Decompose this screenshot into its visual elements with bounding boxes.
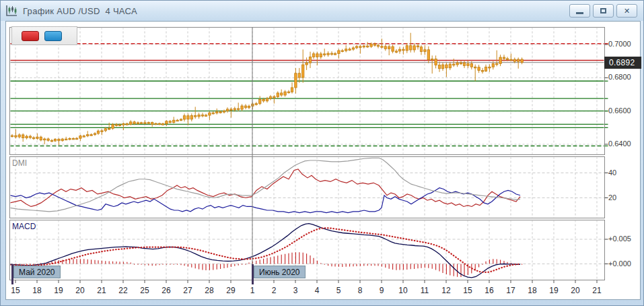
price-tick-label: 0.6400 — [608, 140, 631, 148]
price-tick-label: 0.6600 — [608, 106, 631, 115]
date-tick-label: 10 — [394, 286, 412, 295]
date-tick-label: 11 — [416, 286, 433, 295]
date-tick-label: 1 — [244, 286, 261, 295]
chart-canvas[interactable] — [1, 1, 644, 306]
price-tick-label: 0.6800 — [608, 73, 631, 81]
date-tick-label: 28 — [201, 286, 218, 295]
macd-panel[interactable] — [10, 220, 605, 280]
date-tick-label: 17 — [502, 286, 520, 295]
red-marker-button[interactable] — [22, 31, 39, 41]
month-marker-june: Июнь 2020 — [254, 266, 306, 278]
date-tick-label: 15 — [7, 286, 24, 295]
date-tick-label: 19 — [545, 286, 563, 295]
date-tick-label: 20 — [567, 286, 584, 295]
current-price-box: 0.6892 — [604, 57, 641, 69]
date-tick-label: 19 — [50, 286, 67, 295]
date-tick-label: 8 — [351, 286, 369, 295]
macd-tick-label: +0.005 — [608, 235, 631, 243]
blue-marker-button[interactable] — [44, 31, 62, 41]
macd-tick-label: +0.000 — [608, 259, 631, 268]
date-tick-label: 3 — [287, 286, 304, 295]
date-tick-label: 18 — [28, 286, 46, 295]
price-tick-label: 0.7000 — [608, 40, 631, 48]
dmi-panel[interactable] — [10, 157, 605, 218]
date-tick-label: 21 — [588, 286, 606, 295]
date-tick-label: 27 — [179, 286, 196, 295]
main-panel[interactable] — [10, 28, 605, 155]
date-tick-label: 5 — [330, 286, 347, 295]
chart-window: График AUD /USD 4 ЧАСА ✕ DMI MACD 0.6892… — [0, 0, 644, 306]
date-tick-label: 29 — [222, 286, 240, 295]
date-tick-label: 25 — [136, 286, 153, 295]
date-tick-label: 9 — [373, 286, 390, 295]
date-tick-label: 21 — [93, 286, 110, 295]
dmi-panel-label: DMI — [12, 158, 27, 168]
date-tick-label: 2 — [265, 286, 283, 295]
macd-panel-label: MACD — [12, 222, 36, 231]
marker-toolbar — [11, 26, 77, 45]
date-tick-label: 4 — [308, 286, 326, 295]
dmi-tick-label: 40 — [608, 169, 616, 177]
date-tick-label: 26 — [157, 286, 175, 295]
date-tick-label: 16 — [480, 286, 498, 295]
date-tick-label: 12 — [437, 286, 455, 295]
date-tick-label: 18 — [524, 286, 541, 295]
date-tick-label: 15 — [459, 286, 476, 295]
date-tick-label: 20 — [71, 286, 89, 295]
date-tick-label: 22 — [114, 286, 132, 295]
month-marker-may: Май 2020 — [13, 266, 61, 278]
dmi-tick-label: 20 — [608, 193, 616, 202]
